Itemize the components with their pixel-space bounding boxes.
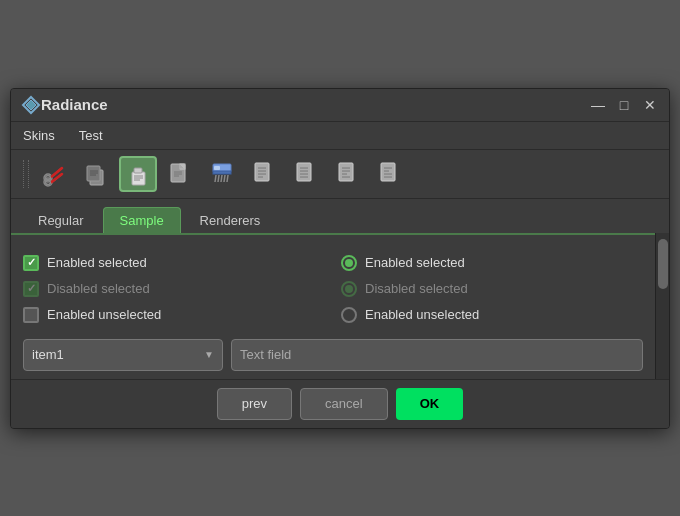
paste-button[interactable] xyxy=(119,156,157,192)
svg-rect-33 xyxy=(255,163,269,181)
menu-test[interactable]: Test xyxy=(75,126,107,145)
scrollbar-thumb[interactable] xyxy=(658,239,668,289)
document-icon xyxy=(166,160,194,188)
app-logo xyxy=(21,95,41,115)
dropdown-select[interactable]: item1 ▼ xyxy=(23,339,223,371)
radio-row-3: Enabled unselected xyxy=(341,307,643,323)
page1-button[interactable] xyxy=(245,156,283,192)
radio-row-2: Disabled selected xyxy=(341,281,643,297)
svg-rect-38 xyxy=(297,163,311,181)
menu-skins[interactable]: Skins xyxy=(19,126,59,145)
checkbox-enabled-selected[interactable] xyxy=(23,255,39,271)
radio-enabled-selected[interactable] xyxy=(341,255,357,271)
text-field-placeholder: Text field xyxy=(240,347,291,362)
checkbox-row-1: Enabled selected xyxy=(23,255,325,271)
radio-disabled-selected-label: Disabled selected xyxy=(365,281,468,296)
form-grid: Enabled selected Enabled selected Disabl… xyxy=(23,247,643,331)
svg-rect-26 xyxy=(213,171,231,174)
main-content: Enabled selected Enabled selected Disabl… xyxy=(11,233,655,379)
tab-bar: Regular Sample Renderers xyxy=(11,199,669,233)
paste-icon xyxy=(124,160,152,188)
tab-sample[interactable]: Sample xyxy=(103,207,181,233)
menu-bar: Skins Test xyxy=(11,122,669,150)
checkbox-row-2: Disabled selected xyxy=(23,281,325,297)
text-field[interactable]: Text field xyxy=(231,339,643,371)
svg-rect-16 xyxy=(134,168,142,173)
prev-button[interactable]: prev xyxy=(217,388,292,420)
close-button[interactable]: ✕ xyxy=(641,96,659,114)
scrollbar[interactable] xyxy=(655,233,669,379)
svg-rect-48 xyxy=(381,163,395,181)
copy-icon xyxy=(82,160,110,188)
checkbox-enabled-selected-label: Enabled selected xyxy=(47,255,147,270)
svg-rect-43 xyxy=(339,163,353,181)
checkbox-enabled-unselected-label: Enabled unselected xyxy=(47,307,161,322)
svg-line-27 xyxy=(215,175,216,182)
page3-icon xyxy=(334,160,362,188)
maximize-button[interactable]: □ xyxy=(615,96,633,114)
page2-button[interactable] xyxy=(287,156,325,192)
tab-regular[interactable]: Regular xyxy=(21,207,101,233)
shredder-button[interactable] xyxy=(203,156,241,192)
svg-rect-32 xyxy=(214,166,220,170)
checkbox-disabled-selected xyxy=(23,281,39,297)
content-area: Enabled selected Enabled selected Disabl… xyxy=(11,233,669,379)
page3-button[interactable] xyxy=(329,156,367,192)
action-bar: prev cancel OK xyxy=(11,379,669,428)
bottom-controls: item1 ▼ Text field xyxy=(23,331,643,379)
svg-line-30 xyxy=(224,175,225,182)
page4-button[interactable] xyxy=(371,156,409,192)
checkbox-row-3: Enabled unselected xyxy=(23,307,325,323)
checkbox-disabled-selected-label: Disabled selected xyxy=(47,281,150,296)
radio-enabled-unselected-label: Enabled unselected xyxy=(365,307,479,322)
ok-button[interactable]: OK xyxy=(396,388,464,420)
dropdown-value: item1 xyxy=(32,347,64,362)
copy-button[interactable] xyxy=(77,156,115,192)
page2-icon xyxy=(292,160,320,188)
radio-row-1: Enabled selected xyxy=(341,255,643,271)
main-window: Radiance — □ ✕ Skins Test xyxy=(10,88,670,429)
radio-enabled-selected-label: Enabled selected xyxy=(365,255,465,270)
window-controls: — □ ✕ xyxy=(589,96,659,114)
radio-disabled-selected xyxy=(341,281,357,297)
scissors-icon xyxy=(40,160,68,188)
minimize-button[interactable]: — xyxy=(589,96,607,114)
shredder-icon xyxy=(208,160,236,188)
scissors-button[interactable] xyxy=(35,156,73,192)
checkbox-enabled-unselected[interactable] xyxy=(23,307,39,323)
window-title: Radiance xyxy=(41,96,589,113)
svg-line-31 xyxy=(227,175,228,182)
title-bar: Radiance — □ ✕ xyxy=(11,89,669,122)
radio-enabled-unselected[interactable] xyxy=(341,307,357,323)
dropdown-arrow-icon: ▼ xyxy=(204,349,214,360)
toolbar xyxy=(11,150,669,199)
toolbar-separator xyxy=(23,160,29,188)
svg-line-28 xyxy=(218,175,219,182)
svg-line-29 xyxy=(221,175,222,182)
cancel-button[interactable]: cancel xyxy=(300,388,388,420)
page4-icon xyxy=(376,160,404,188)
document-button[interactable] xyxy=(161,156,199,192)
page1-icon xyxy=(250,160,278,188)
tab-renderers[interactable]: Renderers xyxy=(183,207,278,233)
